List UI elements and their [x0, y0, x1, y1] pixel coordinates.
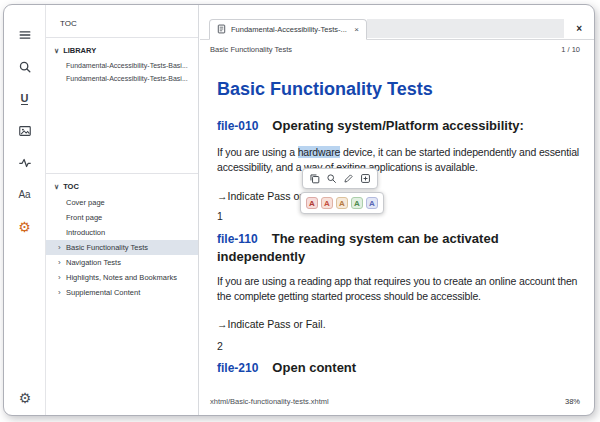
highlight-color-picker: A A A A A	[300, 192, 384, 214]
toolbar-rail: U Aa ⚙ ⚙	[4, 5, 46, 415]
heading-text: The reading system can be activated inde…	[217, 231, 499, 264]
heading-file-010: file-010Operating system/Platform access…	[217, 117, 582, 135]
add-note-icon[interactable]	[360, 173, 371, 184]
app-window: U Aa ⚙ ⚙ TOC ∨ LIBRARY Fundamental-Acces…	[3, 4, 595, 416]
toc-item-supplemental-content[interactable]: › Supplemental Content	[46, 285, 198, 300]
search-icon[interactable]	[326, 173, 337, 184]
toc-item-label: Supplemental Content	[66, 288, 140, 297]
activity-icon[interactable]	[4, 155, 45, 170]
document-path: xhtml/Basic-functionality-tests.xhtml	[210, 397, 329, 406]
expand-caret: ›	[58, 258, 66, 267]
heading-text: Operating system/Platform accessibility:	[272, 118, 523, 133]
highlight-color-blue[interactable]: A	[366, 197, 378, 209]
zoom-level: 38%	[565, 397, 580, 406]
chevron-down-icon: ∨	[54, 183, 59, 191]
file-id: file-110	[217, 232, 258, 246]
highlight-color-redorange[interactable]: A	[321, 197, 333, 209]
settings-icon-active[interactable]: ⚙	[4, 219, 45, 234]
indicate-line-1: →Indicate Pass or Fail.	[217, 190, 582, 202]
heading-file-210: file-210Open content	[217, 359, 582, 377]
file-id: file-210	[217, 361, 258, 375]
toc-item-basic-functionality-tests[interactable]: › Basic Functionality Tests	[46, 240, 198, 255]
reader-main: Fundamental-Accessibility-Tests-... × × …	[200, 5, 594, 415]
text-settings-icon[interactable]: Aa	[4, 187, 45, 202]
highlight-color-red[interactable]: A	[306, 197, 318, 209]
expand-caret: ›	[58, 243, 66, 252]
page-indicator: 1 / 10	[561, 45, 580, 54]
document-content: Basic Functionality Tests file-010Operat…	[200, 57, 594, 377]
document-tab[interactable]: Fundamental-Accessibility-Tests-... ×	[209, 19, 367, 40]
question-number-1: 1	[217, 210, 582, 222]
image-icon[interactable]	[4, 123, 45, 138]
sidebar-title: TOC	[46, 5, 198, 37]
expand-caret: ›	[58, 288, 66, 297]
page-title: Basic Functionality Tests	[217, 79, 582, 100]
toc-item-navigation-tests[interactable]: › Navigation Tests	[46, 255, 198, 270]
indicate-line-2: →Indicate Pass or Fail.	[217, 318, 582, 330]
menu-icon[interactable]	[4, 27, 45, 42]
spacer	[46, 85, 198, 173]
toc-item-introduction[interactable]: Introduction	[46, 225, 198, 240]
body-text: If you are using a	[217, 146, 298, 158]
chevron-down-icon: ∨	[54, 47, 59, 55]
info-bar: Basic Functionality Tests 1 / 10	[200, 40, 594, 57]
toc-item-label: Highlights, Notes and Bookmarks	[66, 273, 177, 282]
copy-icon[interactable]	[309, 173, 320, 184]
current-section-label: Basic Functionality Tests	[210, 45, 292, 54]
toc-item-label: Introduction	[66, 228, 105, 237]
status-bar: xhtml/Basic-functionality-tests.xhtml 38…	[210, 397, 580, 406]
highlight-color-green[interactable]: A	[351, 197, 363, 209]
toc-item-label: Navigation Tests	[66, 258, 121, 267]
tab-title: Fundamental-Accessibility-Tests-...	[231, 25, 349, 34]
selected-text[interactable]: hardware	[298, 146, 341, 158]
toc-item-front-page[interactable]: Front page	[46, 210, 198, 225]
heading-text: Open content	[272, 360, 356, 375]
search-icon[interactable]	[4, 59, 45, 74]
paragraph-010: If you are using a hardware device, it c…	[217, 145, 582, 175]
selection-popup-toolbar	[302, 168, 378, 189]
settings-gear-icon[interactable]: ⚙	[4, 391, 46, 405]
toc-section-label: TOC	[63, 182, 79, 191]
toc-item-label: Cover page	[66, 198, 105, 207]
tab-close-icon[interactable]: ×	[354, 25, 359, 34]
heading-file-110: file-110The reading system can be activa…	[217, 230, 582, 265]
library-item[interactable]: Fundamental-Accessibility-Tests-Basi...	[46, 59, 198, 72]
document-icon	[217, 24, 226, 36]
library-section-label: LIBRARY	[63, 46, 96, 55]
toc-section-header[interactable]: ∨ TOC	[46, 174, 198, 195]
edit-pencil-icon[interactable]	[343, 173, 354, 184]
highlight-color-orange[interactable]: A	[336, 197, 348, 209]
tab-strip-empty	[367, 19, 564, 38]
file-id: file-010	[217, 119, 258, 133]
toc-item-label: Basic Functionality Tests	[66, 243, 148, 252]
paragraph-110: If you are using a reading app that requ…	[217, 274, 582, 304]
close-icon[interactable]: ×	[576, 23, 582, 34]
library-item[interactable]: Fundamental-Accessibility-Tests-Basi...	[46, 72, 198, 85]
underline-annotation-icon[interactable]: U	[4, 91, 45, 106]
expand-caret: ›	[58, 273, 66, 282]
library-section-header[interactable]: ∨ LIBRARY	[46, 38, 198, 59]
sidebar: TOC ∨ LIBRARY Fundamental-Accessibility-…	[46, 5, 199, 415]
tab-strip: Fundamental-Accessibility-Tests-... ×	[200, 19, 594, 40]
toc-item-highlights-notes-bookmarks[interactable]: › Highlights, Notes and Bookmarks	[46, 270, 198, 285]
toc-item-label: Front page	[66, 213, 102, 222]
toc-item-cover-page[interactable]: Cover page	[46, 195, 198, 210]
question-number-2: 2	[217, 340, 582, 352]
